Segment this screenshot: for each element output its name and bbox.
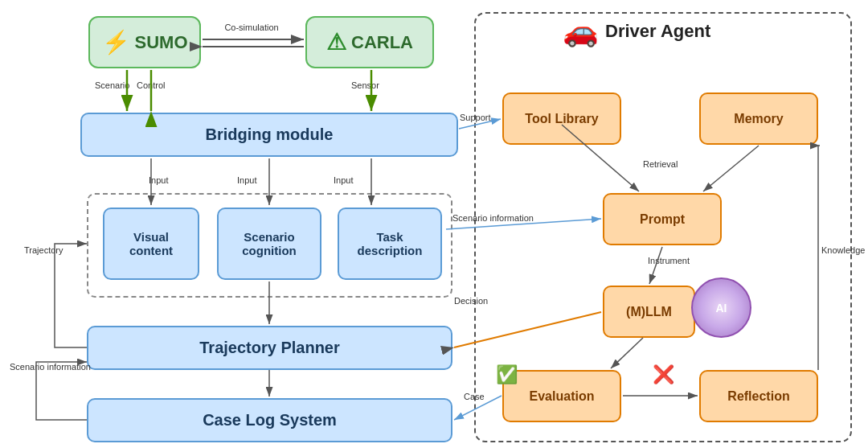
car-icon: 🚗 <box>563 14 599 48</box>
bridging-module-box: Bridging module <box>80 113 458 157</box>
task-description-label: Task description <box>358 230 423 257</box>
reflection-label: Reflection <box>727 389 789 404</box>
scenario-info-left-label: Scenario information <box>10 362 91 372</box>
ai-brain-icon: AI <box>691 277 751 338</box>
ai-label: AI <box>716 302 727 314</box>
decision-label: Decision <box>454 296 488 306</box>
case-log-label: Case Log System <box>203 411 337 430</box>
evaluation-box: Evaluation <box>502 370 621 422</box>
sumo-label: SUMO <box>135 32 188 53</box>
scenario-info-right-label: Scenario information <box>452 213 534 223</box>
scenario-cognition-label: Scenario cognition <box>242 230 297 257</box>
co-simulation-label: Co-simulation <box>207 23 296 32</box>
diagram-container: ⚡ SUMO ⚠ CARLA Co-simulation Scenario Co… <box>0 0 868 448</box>
carla-icon: ⚠ <box>326 29 346 55</box>
evaluation-label: Evaluation <box>530 389 595 404</box>
check-green-icon: ✅ <box>496 364 518 385</box>
tool-library-box: Tool Library <box>502 92 621 145</box>
support-label: Support <box>460 113 491 122</box>
memory-box: Memory <box>699 92 818 145</box>
trajectory-planner-label: Trajectory Planner <box>199 339 340 357</box>
trajectory-planner-box: Trajectory Planner <box>87 326 452 370</box>
driver-agent-label: Driver Agent <box>605 21 710 42</box>
knowledge-label: Knowledge <box>821 245 865 255</box>
trajectory-left-label: Trajectory <box>24 245 63 255</box>
control-label: Control <box>137 80 165 90</box>
task-description-box: Task description <box>338 208 442 280</box>
sumo-box: ⚡ SUMO <box>88 16 201 68</box>
mllm-box: (M)LLM <box>603 286 695 338</box>
instrument-label: Instrument <box>648 256 690 265</box>
input-label-3: Input <box>334 175 353 185</box>
sumo-icon: ⚡ <box>102 29 130 55</box>
scenario-cognition-box: Scenario cognition <box>217 208 321 280</box>
retrieval-label: Retrieval <box>643 159 678 169</box>
scenario-label: Scenario <box>95 80 129 90</box>
driver-agent-title: 🚗 Driver Agent <box>563 14 710 48</box>
bridging-module-label: Bridging module <box>206 125 334 144</box>
visual-content-box: Visual content <box>103 208 199 280</box>
sensor-label: Sensor <box>351 80 379 90</box>
case-label: Case <box>464 392 485 401</box>
tool-library-label: Tool Library <box>525 112 598 126</box>
input-label-1: Input <box>149 175 168 185</box>
memory-label: Memory <box>734 112 783 126</box>
case-log-box: Case Log System <box>87 398 452 442</box>
prompt-label: Prompt <box>640 212 685 227</box>
reflection-box: Reflection <box>699 370 818 422</box>
mllm-label: (M)LLM <box>626 305 672 319</box>
input-label-2: Input <box>237 175 256 185</box>
carla-label: CARLA <box>351 32 413 53</box>
check-red-icon: ❌ <box>653 364 674 385</box>
visual-content-label: Visual content <box>129 230 173 257</box>
carla-box: ⚠ CARLA <box>305 16 434 68</box>
prompt-box: Prompt <box>603 193 722 245</box>
